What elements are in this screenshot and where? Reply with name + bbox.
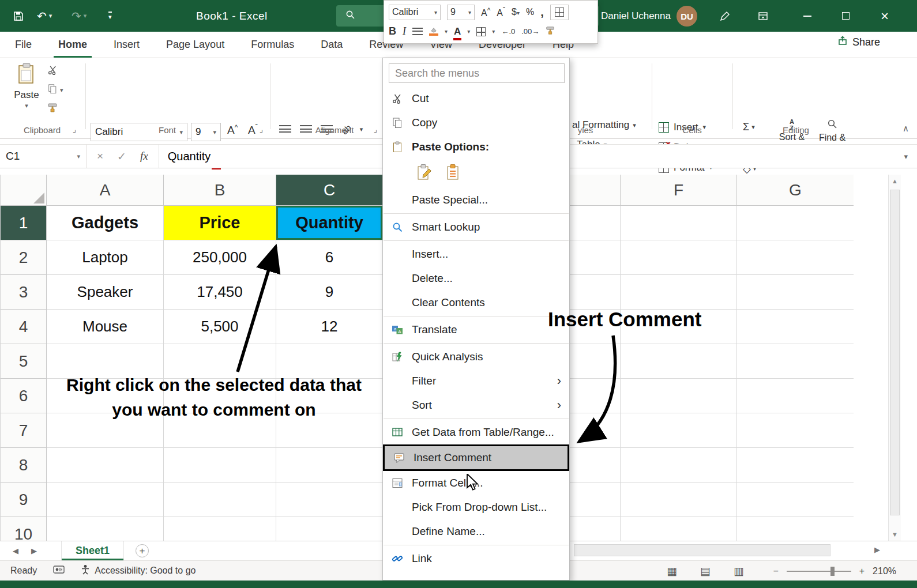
cut-button[interactable] xyxy=(47,65,63,77)
cell-C3[interactable]: 9 xyxy=(276,275,383,310)
ink-pen-icon[interactable] xyxy=(720,0,730,32)
menu-item-smart-lookup[interactable]: Smart Lookup xyxy=(383,215,569,239)
cell-F8[interactable] xyxy=(621,448,737,483)
cell-C2[interactable]: 6 xyxy=(276,240,383,275)
menu-search-input[interactable] xyxy=(389,63,565,83)
row-header-7[interactable]: 7 xyxy=(1,413,47,448)
mini-grow-font-button[interactable]: A^ xyxy=(481,6,490,18)
alignment-dialog-launcher[interactable]: ⌟ xyxy=(374,125,377,134)
column-header-F[interactable]: F xyxy=(621,175,737,206)
menu-item-define-name[interactable]: Define Name... xyxy=(383,519,569,544)
customize-qat-dropdown[interactable]: ▾ xyxy=(108,0,112,32)
cancel-icon[interactable]: × xyxy=(97,150,103,163)
share-button[interactable]: Share xyxy=(837,36,880,49)
cell-B4[interactable]: 5,500 xyxy=(164,310,276,344)
cell-B8[interactable] xyxy=(164,448,276,483)
row-header-2[interactable]: 2 xyxy=(1,240,47,275)
mini-format-painter-icon[interactable] xyxy=(546,26,555,37)
cell-A4[interactable]: Mouse xyxy=(47,310,164,344)
paste-keep-formatting-icon[interactable] xyxy=(415,163,434,184)
menu-item-quick-analysis[interactable]: Quick Analysis xyxy=(383,345,569,369)
cell-A2[interactable]: Laptop xyxy=(47,240,164,275)
vertical-scrollbar[interactable]: ▲ ▼ xyxy=(888,175,901,541)
expand-formula-bar-icon[interactable]: ▾ xyxy=(895,145,917,168)
cell-F3[interactable] xyxy=(621,275,737,310)
sheet-tab-sheet1[interactable]: Sheet1 xyxy=(61,541,124,560)
page-layout-view-icon[interactable]: ▤ xyxy=(700,564,711,578)
paste-button[interactable]: Paste ▾ xyxy=(9,62,44,110)
cell-G9[interactable] xyxy=(737,483,854,517)
cell-G6[interactable] xyxy=(737,379,854,413)
cell-B10[interactable] xyxy=(164,517,276,541)
mini-comma-style-button[interactable]: , xyxy=(540,6,544,19)
zoom-slider[interactable] xyxy=(787,571,851,572)
undo-button[interactable]: ↶▾ xyxy=(37,0,52,32)
cell-B3[interactable]: 17,450 xyxy=(164,275,276,310)
cell-F1[interactable] xyxy=(621,206,737,240)
tab-data[interactable]: Data xyxy=(321,32,343,58)
horizontal-scrollbar-thumb[interactable] xyxy=(574,544,830,556)
mini-currency-button[interactable]: $▾ xyxy=(512,7,520,17)
mini-fill-color-icon[interactable] xyxy=(429,27,438,36)
mini-percent-button[interactable]: % xyxy=(526,7,534,17)
tab-home[interactable]: Home xyxy=(58,32,87,58)
close-button[interactable]: × xyxy=(872,0,897,32)
mini-borders-icon[interactable] xyxy=(476,27,486,36)
cell-C1[interactable]: Quantity xyxy=(276,206,383,240)
macro-record-icon[interactable] xyxy=(53,565,65,576)
menu-item-link[interactable]: Link xyxy=(383,546,569,571)
cell-G1[interactable] xyxy=(737,206,854,240)
menu-item-clear-contents[interactable]: Clear Contents xyxy=(383,291,569,315)
menu-item-pick-from-drop-down-list[interactable]: Pick From Drop-down List... xyxy=(383,495,569,519)
cell-B9[interactable] xyxy=(164,483,276,517)
row-header-5[interactable]: 5 xyxy=(1,344,47,379)
cell-G4[interactable] xyxy=(737,310,854,344)
font-dialog-launcher[interactable]: ⌟ xyxy=(260,125,263,134)
mini-merge-icon[interactable] xyxy=(550,5,569,20)
user-name[interactable]: Daniel Uchenna xyxy=(601,0,671,32)
zoom-in-button[interactable]: + xyxy=(859,566,865,576)
cell-G5[interactable] xyxy=(737,344,854,379)
menu-item-cut[interactable]: Cut xyxy=(383,86,569,111)
tab-formulas[interactable]: Formulas xyxy=(251,32,294,58)
cell-F6[interactable] xyxy=(621,379,737,413)
row-header-10[interactable]: 10 xyxy=(1,517,47,541)
column-header-B[interactable]: B xyxy=(164,175,276,206)
page-break-view-icon[interactable]: ▥ xyxy=(734,564,744,578)
menu-item-sort[interactable]: Sort› xyxy=(383,393,569,417)
paste-values-icon[interactable] xyxy=(444,163,463,184)
ribbon-display-options-icon[interactable] xyxy=(758,0,768,32)
cell-G8[interactable] xyxy=(737,448,854,483)
format-painter-button[interactable] xyxy=(47,103,63,115)
menu-item-paste-special[interactable]: Paste Special... xyxy=(383,188,569,212)
tab-page-layout[interactable]: Page Layout xyxy=(166,32,224,58)
copy-button[interactable]: ▾ xyxy=(47,84,63,96)
menu-item-translate[interactable]: aATranslate xyxy=(383,318,569,342)
menu-item-copy[interactable]: Copy xyxy=(383,111,569,135)
cell-F2[interactable] xyxy=(621,240,737,275)
cell-C9[interactable] xyxy=(276,483,383,517)
column-header-C[interactable]: C xyxy=(276,175,383,206)
mini-decrease-decimal-button[interactable]: .00→ xyxy=(521,27,539,36)
redo-button[interactable]: ↷▾ xyxy=(72,0,87,32)
grow-font-button[interactable]: A^ xyxy=(227,123,238,137)
zoom-out-button[interactable]: − xyxy=(773,566,778,576)
cell-B1[interactable]: Price xyxy=(164,206,276,240)
scroll-up-icon[interactable]: ▲ xyxy=(889,178,901,184)
row-header-4[interactable]: 4 xyxy=(1,310,47,344)
scroll-down-icon[interactable]: ▼ xyxy=(889,531,901,538)
cell-A8[interactable] xyxy=(47,448,164,483)
zoom-slider-thumb[interactable] xyxy=(830,567,835,576)
normal-view-icon[interactable]: ▦ xyxy=(667,564,677,578)
cell-G10[interactable] xyxy=(737,517,854,541)
select-all-corner[interactable] xyxy=(1,175,47,206)
sheet-nav-right-icon[interactable]: ▶ xyxy=(31,546,37,555)
mini-italic-button[interactable]: I xyxy=(403,25,406,37)
shrink-font-button[interactable]: Aˇ xyxy=(248,123,258,137)
minimize-button[interactable] xyxy=(795,0,820,32)
row-header-9[interactable]: 9 xyxy=(1,483,47,517)
avatar[interactable]: DU xyxy=(677,6,697,27)
cell-G7[interactable] xyxy=(737,413,854,448)
clipboard-dialog-launcher[interactable]: ⌟ xyxy=(73,125,76,134)
row-header-8[interactable]: 8 xyxy=(1,448,47,483)
